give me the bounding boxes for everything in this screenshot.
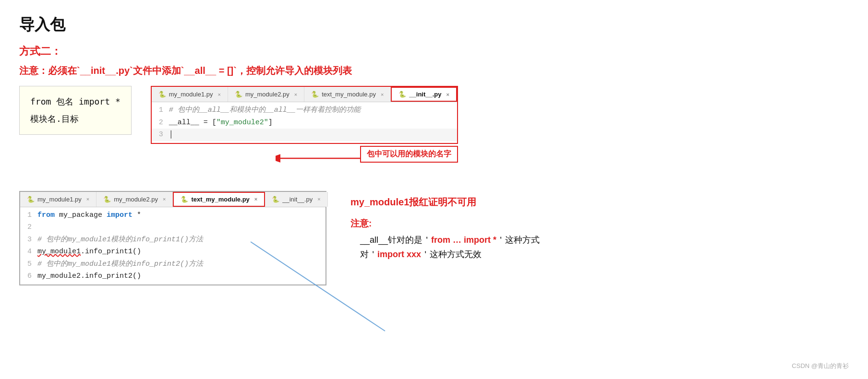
bottom-tabs-bar: 🐍 my_module1.py × 🐍 my_module2.py × 🐍 te… — [20, 192, 326, 207]
tab-close-b2[interactable]: × — [163, 196, 166, 202]
tab-close-2[interactable]: × — [294, 92, 297, 97]
tab-my-module2-bot[interactable]: 🐍 my_module2.py × — [96, 192, 173, 207]
bot-code-line-1: 1 from my_package import * — [20, 209, 326, 222]
my-module1-underline: my_module1 — [37, 248, 81, 256]
top-row: from 包名 import * 模块名.目标 🐍 my_module1.py … — [19, 86, 849, 178]
py-icon-b2: 🐍 — [103, 196, 111, 203]
py-icon-b4: 🐍 — [272, 196, 279, 203]
tab-init-top[interactable]: 🐍 __init__.py × — [391, 87, 457, 102]
right-notes: my_module1报红证明不可用 注意: __all__针对的是＇from …… — [350, 191, 849, 262]
tab-my-module1-top[interactable]: 🐍 my_module1.py × — [152, 87, 228, 102]
bot-code-line-4: 4 my_module1.info_print1() — [20, 246, 326, 258]
top-code-area: 1 # 包中的__all__和模块中的__all__一样有着控制的功能 2 __… — [152, 102, 457, 143]
tab-close-4[interactable]: × — [446, 92, 449, 97]
page-title: 导入包 — [19, 14, 849, 36]
tab-close-b4[interactable]: × — [317, 196, 320, 202]
note-line1: __all__针对的是＇from … import *＇这种方式 — [350, 233, 849, 248]
notice-text: 注意：必须在`__init__.py`文件中添加`__all__ = []`，控… — [19, 64, 849, 77]
bot-code-line-6: 6 my_module2.info_print2() — [20, 270, 326, 283]
tab-text-my-module-top[interactable]: 🐍 text_my_module.py × — [304, 87, 391, 102]
py-icon-b3: 🐍 — [181, 196, 188, 203]
syntax-line1: from 包名 import * — [30, 93, 121, 110]
top-tabs-bar: 🐍 my_module1.py × 🐍 my_module2.py × 🐍 te… — [152, 87, 457, 102]
tab-my-module1-bot[interactable]: 🐍 my_module1.py × — [20, 192, 96, 207]
tab-init-bot[interactable]: 🐍 __init__.py × — [265, 192, 327, 207]
annotation-container: 包中可以用的模块的名字 — [151, 144, 458, 178]
py-icon-3: 🐍 — [311, 91, 319, 98]
bottom-code-area: 1 from my_package import * 2 3 # 包中的my_m… — [20, 207, 326, 284]
bottom-editor-panel: 🐍 my_module1.py × 🐍 my_module2.py × 🐍 te… — [19, 191, 326, 285]
tab-close-b3[interactable]: × — [254, 196, 257, 202]
top-editor-panel: 🐍 my_module1.py × 🐍 my_module2.py × 🐍 te… — [151, 86, 458, 144]
section2-label: 方式二： — [19, 44, 849, 59]
py-icon-b1: 🐍 — [27, 196, 35, 203]
top-editor-wrapper: 🐍 my_module1.py × 🐍 my_module2.py × 🐍 te… — [151, 86, 458, 178]
tab-text-my-module-bot[interactable]: 🐍 text_my_module.py × — [173, 192, 265, 207]
tab-close-b1[interactable]: × — [86, 196, 89, 202]
py-icon-1: 🐍 — [158, 91, 166, 98]
watermark: CSDN @青山的青衫 — [792, 362, 849, 370]
annotation-label: 包中可以用的模块的名字 — [360, 146, 458, 163]
code-line-2: 2 __all__ = ["my_module2"] — [152, 117, 457, 129]
bot-code-line-2: 2 — [20, 221, 326, 234]
py-icon-2: 🐍 — [235, 91, 242, 98]
syntax-line2: 模块名.目标 — [30, 110, 121, 128]
bot-code-line-5: 5 # 包中的my_module1模块的info_print2()方法 — [20, 258, 326, 271]
code-line-3: 3 │ — [152, 129, 457, 141]
module-red-note: my_module1报红证明不可用 — [350, 196, 849, 209]
py-icon-4: 🐍 — [398, 91, 406, 98]
syntax-box: from 包名 import * 模块名.目标 — [19, 86, 132, 135]
bot-code-line-3: 3 # 包中的my_module1模块的info_print1()方法 — [20, 234, 326, 246]
note-title: 注意: — [350, 217, 849, 230]
tab-close-3[interactable]: × — [381, 92, 384, 97]
bottom-row: 🐍 my_module1.py × 🐍 my_module2.py × 🐍 te… — [19, 191, 849, 285]
tab-close-1[interactable]: × — [218, 92, 221, 97]
code-line-1: 1 # 包中的__all__和模块中的__all__一样有着控制的功能 — [152, 104, 457, 117]
note-line2: 对＇import xxx＇这种方式无效 — [350, 247, 849, 262]
tab-my-module2-top[interactable]: 🐍 my_module2.py × — [228, 87, 304, 102]
